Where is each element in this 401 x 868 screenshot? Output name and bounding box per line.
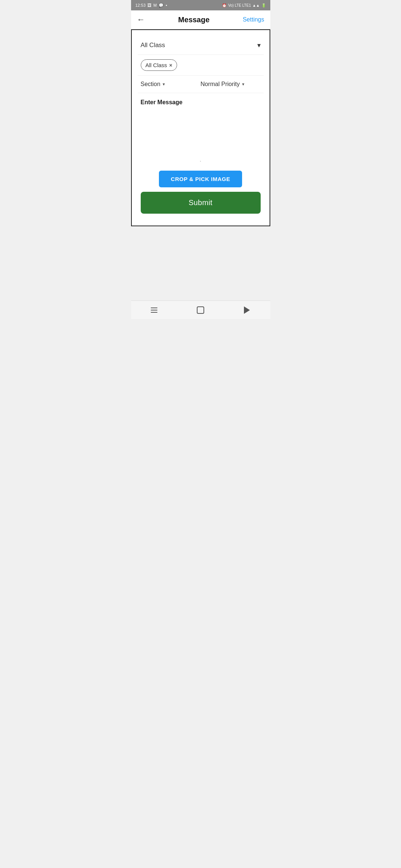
battery-icon: 🔋 xyxy=(261,3,266,7)
priority-chevron-icon: ▾ xyxy=(242,82,244,87)
home-button[interactable] xyxy=(194,305,207,315)
submit-button[interactable]: Submit xyxy=(141,192,261,214)
chips-container: All Class × xyxy=(138,55,264,76)
message-label: Enter Message xyxy=(141,99,261,106)
home-icon xyxy=(197,306,204,314)
chip-label: All Class xyxy=(146,62,167,68)
filter-row: Section ▾ Normal Priority ▾ xyxy=(138,76,264,93)
priority-label: Normal Priority xyxy=(200,81,240,88)
section-label: Section xyxy=(141,81,160,88)
back-icon xyxy=(244,306,250,314)
crop-pick-image-button[interactable]: CROP & PICK IMAGE xyxy=(159,171,242,187)
recent-apps-button[interactable] xyxy=(147,305,161,315)
signal-text: Vo) LTE LTE1 xyxy=(228,3,251,7)
cursor-indicator: · xyxy=(138,159,264,163)
photo-icon: 🖼 xyxy=(147,3,151,7)
dot-icon: • xyxy=(166,3,167,7)
class-dropdown[interactable]: All Class ▾ xyxy=(138,36,264,55)
chip-close-icon[interactable]: × xyxy=(169,62,172,68)
status-bar: 12:53 🖼 M 💬 • ⏰ Vo) LTE LTE1 ▲▲ 🔋 xyxy=(131,0,270,10)
buttons-section: CROP & PICK IMAGE Submit xyxy=(138,166,264,220)
wifi-icon: ▲▲ xyxy=(252,3,260,7)
alarm-icon: ⏰ xyxy=(222,3,226,7)
chat-icon: 💬 xyxy=(159,3,164,8)
status-left: 12:53 🖼 M 💬 • xyxy=(136,3,167,8)
recent-apps-icon xyxy=(151,308,157,313)
class-dropdown-label: All Class xyxy=(141,42,165,49)
section-filter[interactable]: Section ▾ xyxy=(141,81,201,88)
settings-button[interactable]: Settings xyxy=(243,16,264,23)
gmail-icon: M xyxy=(153,3,157,7)
message-section: Enter Message xyxy=(138,93,264,159)
all-class-chip[interactable]: All Class × xyxy=(141,59,177,71)
back-button[interactable]: ← xyxy=(137,15,145,24)
main-content: All Class ▾ All Class × Section ▾ Normal… xyxy=(131,29,270,226)
page-title: Message xyxy=(178,16,210,24)
time: 12:53 xyxy=(136,3,146,7)
android-nav-bar xyxy=(131,300,270,319)
section-chevron-icon: ▾ xyxy=(163,82,165,87)
bottom-area xyxy=(131,226,270,300)
priority-filter[interactable]: Normal Priority ▾ xyxy=(200,81,261,88)
message-input[interactable] xyxy=(141,110,261,155)
chevron-down-icon: ▾ xyxy=(257,41,261,49)
nav-bar: ← Message Settings xyxy=(131,10,270,29)
status-right: ⏰ Vo) LTE LTE1 ▲▲ 🔋 xyxy=(222,3,265,7)
back-nav-button[interactable] xyxy=(240,305,254,315)
